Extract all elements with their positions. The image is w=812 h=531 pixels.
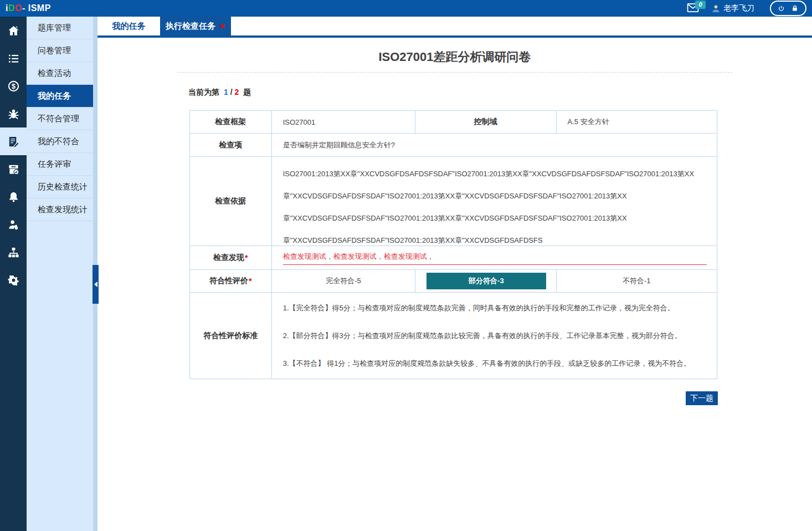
rail-item-home[interactable] [0, 17, 27, 44]
rail-item-archive[interactable] [0, 155, 27, 183]
required-asterisk: * [245, 253, 248, 262]
sidebar-item-question-bank[interactable]: 题库管理 [27, 17, 93, 39]
table-row-check-basis: 检查依据 ISO27001:2013第XX章"XXCVDSGFDSAFDSFSD… [190, 157, 717, 246]
main-content: ISO27001差距分析调研问卷 当前为第 1/2 题 检查框架 ISO2700… [97, 38, 812, 531]
sidebar-item-finding-stats[interactable]: 检查发现统计 [27, 198, 93, 221]
avatar-icon [711, 4, 721, 13]
compliance-rating-label: 符合性评价* [190, 270, 272, 292]
chevron-left-icon [94, 282, 97, 287]
option-full-compliance[interactable]: 完全符合-5 [272, 270, 415, 292]
rating-criteria-label: 符合性评价标准 [190, 293, 272, 379]
rail-item-orgchart[interactable] [0, 238, 27, 266]
tab-my-tasks[interactable]: 我的任务 [97, 17, 160, 35]
list-icon [7, 52, 20, 65]
mail-button[interactable]: 0 [687, 3, 700, 14]
rating-criteria-value: 1.【完全符合】得5分；与检查项对应的制度规范条款完善，同时具备有效的执行的手段… [272, 293, 717, 379]
rail-item-list[interactable] [0, 44, 27, 72]
rail-item-user-audit[interactable] [0, 211, 27, 238]
lock-icon[interactable] [791, 4, 799, 12]
rail-item-notifications[interactable] [0, 183, 27, 211]
option-non-compliance[interactable]: 不符合-1 [557, 270, 717, 292]
question-table: 检查框架 ISO27001 控制域 A.5 安全方针 检查项 是否编制并定期回顾… [189, 110, 717, 379]
dollar-icon: $ [7, 80, 20, 93]
username: 老李飞刀 [723, 3, 754, 13]
check-basis-label: 检查依据 [190, 157, 272, 246]
framework-label: 检查框架 [190, 111, 272, 133]
session-controls[interactable] [770, 1, 806, 16]
framework-value: ISO27001 [272, 111, 415, 133]
total-question-number: 2 [235, 88, 239, 96]
next-question-button[interactable]: 下一题 [686, 391, 718, 405]
control-domain-value: A.5 安全方针 [557, 111, 717, 133]
sitemap-icon [7, 246, 20, 259]
sidebar-item-my-nonconformity[interactable]: 我的不符合 [27, 130, 93, 153]
check-finding-cell: 检查发现测试，检查发现测试，检查发现测试， [272, 246, 717, 269]
table-row-check-finding: 检查发现* 检查发现测试，检查发现测试，检查发现测试， [190, 246, 717, 270]
close-icon[interactable]: ✖ [219, 23, 225, 30]
gear-icon [7, 274, 20, 287]
archive-check-icon [7, 163, 20, 176]
sidebar-item-history-stats[interactable]: 历史检查统计 [27, 176, 93, 198]
sidebar-item-questionnaire[interactable]: 问卷管理 [27, 39, 93, 62]
sidebar-item-inspection-activity[interactable]: 检查活动 [27, 62, 93, 85]
user-menu[interactable]: 老李飞刀 [711, 3, 754, 13]
mail-count-badge: 0 [695, 1, 706, 9]
sidebar-menu: 题库管理 问卷管理 检查活动 我的任务 不符合管理 我的不符合 任务评审 历史检… [27, 17, 93, 531]
check-item-label: 检查项 [190, 134, 272, 156]
rail-item-settings[interactable] [0, 266, 27, 294]
selected-option: 部分符合-3 [426, 273, 546, 289]
sidebar-item-my-tasks[interactable]: 我的任务 [27, 85, 93, 108]
home-icon [7, 24, 20, 37]
tab-execute-inspection[interactable]: 执行检查任务 ✖ [160, 17, 231, 35]
page-title: ISO27001差距分析调研问卷 [97, 49, 812, 65]
sidebar-collapse-handle[interactable] [92, 265, 99, 304]
rail-item-finance[interactable]: $ [0, 72, 27, 100]
option-partial-compliance[interactable]: 部分符合-3 [415, 270, 556, 292]
app-logo: iDO- ISMP [6, 3, 51, 13]
top-header: iDO- ISMP 0 老李飞刀 [0, 0, 812, 17]
table-row-rating-criteria: 符合性评价标准 1.【完全符合】得5分；与检查项对应的制度规范条款完善，同时具备… [190, 293, 717, 379]
bell-icon [7, 191, 20, 203]
table-row-framework: 检查框架 ISO27001 控制域 A.5 安全方针 [190, 111, 717, 134]
rail-item-survey[interactable] [0, 127, 27, 155]
document-edit-icon [7, 135, 20, 148]
sidebar-item-task-review[interactable]: 任务评审 [27, 153, 93, 176]
table-row-check-item: 检查项 是否编制并定期回顾信息安全方针? [190, 134, 717, 157]
table-row-compliance-rating: 符合性评价* 完全符合-5 部分符合-3 不符合-1 [190, 270, 717, 293]
dashed-divider [177, 72, 732, 73]
control-domain-label: 控制域 [415, 111, 556, 133]
bug-icon [7, 108, 20, 120]
required-asterisk: * [249, 277, 251, 285]
question-progress: 当前为第 1/2 题 [188, 88, 251, 98]
svg-text:$: $ [12, 82, 16, 90]
check-basis-value: ISO27001:2013第XX章"XXCVDSGFDSAFDSFSDAF"IS… [272, 157, 717, 246]
current-question-number: 1 [224, 88, 228, 96]
person-phone-icon [7, 218, 20, 231]
check-item-value: 是否编制并定期回顾信息安全方针? [272, 134, 717, 156]
icon-rail: $ [0, 17, 27, 531]
rail-item-bug[interactable] [0, 100, 27, 127]
tab-bar: 我的任务 执行检查任务 ✖ [97, 17, 812, 38]
check-finding-input[interactable]: 检查发现测试，检查发现测试，检查发现测试， [283, 252, 707, 265]
sidebar-item-nonconformity-mgmt[interactable]: 不符合管理 [27, 108, 93, 130]
check-finding-label: 检查发现* [190, 246, 272, 269]
power-icon[interactable] [778, 5, 785, 12]
